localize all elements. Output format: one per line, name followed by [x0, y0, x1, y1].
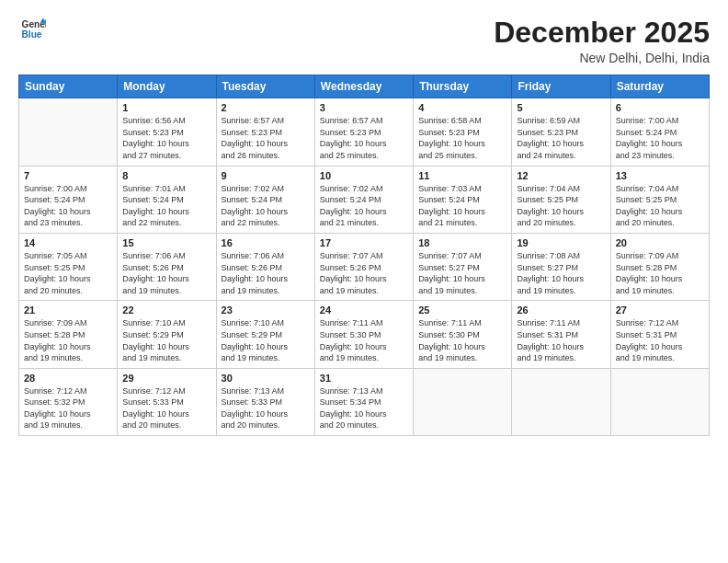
- day-number: 20: [616, 237, 704, 248]
- table-row: 26Sunrise: 7:11 AMSunset: 5:31 PMDayligh…: [512, 301, 610, 368]
- table-row: 20Sunrise: 7:09 AMSunset: 5:28 PMDayligh…: [610, 233, 709, 300]
- table-row: 13Sunrise: 7:04 AMSunset: 5:25 PMDayligh…: [610, 166, 709, 233]
- day-info: Sunrise: 7:07 AMSunset: 5:26 PMDaylight:…: [320, 250, 408, 296]
- day-number: 29: [122, 373, 210, 384]
- day-number: 14: [24, 237, 112, 248]
- table-row: 8Sunrise: 7:01 AMSunset: 5:24 PMDaylight…: [118, 166, 216, 233]
- table-row: 17Sunrise: 7:07 AMSunset: 5:26 PMDayligh…: [314, 233, 413, 300]
- table-row: 19Sunrise: 7:08 AMSunset: 5:27 PMDayligh…: [512, 233, 610, 300]
- day-info: Sunrise: 7:01 AMSunset: 5:24 PMDaylight:…: [122, 183, 210, 229]
- svg-text:Blue: Blue: [22, 29, 42, 40]
- day-number: 23: [222, 304, 310, 316]
- day-info: Sunrise: 7:10 AMSunset: 5:29 PMDaylight:…: [222, 317, 310, 363]
- day-info: Sunrise: 7:12 AMSunset: 5:31 PMDaylight:…: [616, 317, 704, 363]
- table-row: 25Sunrise: 7:11 AMSunset: 5:30 PMDayligh…: [414, 301, 512, 368]
- col-wednesday: Wednesday: [314, 75, 413, 98]
- day-number: 8: [122, 170, 210, 181]
- calendar-week-row: 28Sunrise: 7:12 AMSunset: 5:32 PMDayligh…: [19, 368, 710, 435]
- day-number: 6: [616, 102, 704, 113]
- day-info: Sunrise: 7:04 AMSunset: 5:25 PMDaylight:…: [517, 183, 605, 229]
- table-row: 11Sunrise: 7:03 AMSunset: 5:24 PMDayligh…: [414, 166, 512, 233]
- day-info: Sunrise: 6:57 AMSunset: 5:23 PMDaylight:…: [320, 115, 408, 161]
- day-info: Sunrise: 7:09 AMSunset: 5:28 PMDaylight:…: [24, 317, 112, 363]
- table-row: 7Sunrise: 7:00 AMSunset: 5:24 PMDaylight…: [19, 166, 118, 233]
- logo-icon: General Blue: [20, 17, 46, 42]
- day-number: 16: [222, 237, 310, 248]
- day-number: 26: [517, 304, 605, 316]
- day-info: Sunrise: 7:02 AMSunset: 5:24 PMDaylight:…: [320, 183, 408, 229]
- table-row: 1Sunrise: 6:56 AMSunset: 5:23 PMDaylight…: [118, 98, 216, 166]
- day-number: 7: [24, 170, 112, 181]
- day-info: Sunrise: 7:08 AMSunset: 5:27 PMDaylight:…: [517, 250, 605, 296]
- table-row: [414, 368, 512, 435]
- day-number: 31: [320, 373, 408, 384]
- calendar-header-row: Sunday Monday Tuesday Wednesday Thursday…: [19, 75, 710, 98]
- day-info: Sunrise: 7:00 AMSunset: 5:24 PMDaylight:…: [24, 183, 112, 229]
- day-info: Sunrise: 7:12 AMSunset: 5:32 PMDaylight:…: [24, 385, 112, 431]
- table-row: 4Sunrise: 6:58 AMSunset: 5:23 PMDaylight…: [414, 98, 512, 166]
- location: New Delhi, Delhi, India: [494, 51, 710, 65]
- day-info: Sunrise: 6:56 AMSunset: 5:23 PMDaylight:…: [122, 115, 210, 161]
- day-number: 1: [122, 102, 210, 113]
- day-number: 2: [222, 102, 310, 113]
- day-info: Sunrise: 7:11 AMSunset: 5:30 PMDaylight:…: [320, 317, 408, 363]
- col-friday: Friday: [512, 75, 610, 98]
- col-tuesday: Tuesday: [216, 75, 314, 98]
- calendar-week-row: 21Sunrise: 7:09 AMSunset: 5:28 PMDayligh…: [19, 301, 710, 368]
- table-row: [610, 368, 709, 435]
- table-row: 22Sunrise: 7:10 AMSunset: 5:29 PMDayligh…: [118, 301, 216, 368]
- day-info: Sunrise: 7:05 AMSunset: 5:25 PMDaylight:…: [24, 250, 112, 296]
- day-info: Sunrise: 7:11 AMSunset: 5:30 PMDaylight:…: [418, 317, 506, 363]
- table-row: 5Sunrise: 6:59 AMSunset: 5:23 PMDaylight…: [512, 98, 610, 166]
- table-row: 21Sunrise: 7:09 AMSunset: 5:28 PMDayligh…: [19, 301, 118, 368]
- header: General Blue December 2025 New Delhi, De…: [18, 17, 710, 65]
- table-row: 23Sunrise: 7:10 AMSunset: 5:29 PMDayligh…: [216, 301, 314, 368]
- logo: General Blue: [18, 17, 46, 42]
- table-row: 29Sunrise: 7:12 AMSunset: 5:33 PMDayligh…: [118, 368, 216, 435]
- day-number: 17: [320, 237, 408, 248]
- day-number: 27: [616, 304, 704, 316]
- table-row: 12Sunrise: 7:04 AMSunset: 5:25 PMDayligh…: [512, 166, 610, 233]
- table-row: 24Sunrise: 7:11 AMSunset: 5:30 PMDayligh…: [314, 301, 413, 368]
- day-number: 5: [517, 102, 605, 113]
- day-number: 21: [24, 304, 112, 316]
- day-info: Sunrise: 7:06 AMSunset: 5:26 PMDaylight:…: [122, 250, 210, 296]
- day-number: 11: [418, 170, 506, 181]
- day-number: 28: [24, 373, 112, 384]
- table-row: 9Sunrise: 7:02 AMSunset: 5:24 PMDaylight…: [216, 166, 314, 233]
- page: General Blue December 2025 New Delhi, De…: [0, 0, 728, 563]
- day-number: 22: [122, 304, 210, 316]
- table-row: 18Sunrise: 7:07 AMSunset: 5:27 PMDayligh…: [414, 233, 512, 300]
- day-info: Sunrise: 7:07 AMSunset: 5:27 PMDaylight:…: [418, 250, 506, 296]
- day-number: 18: [418, 237, 506, 248]
- table-row: [19, 98, 118, 166]
- day-number: 9: [222, 170, 310, 181]
- table-row: 30Sunrise: 7:13 AMSunset: 5:33 PMDayligh…: [216, 368, 314, 435]
- day-info: Sunrise: 6:58 AMSunset: 5:23 PMDaylight:…: [418, 115, 506, 161]
- day-info: Sunrise: 7:04 AMSunset: 5:25 PMDaylight:…: [616, 183, 704, 229]
- day-info: Sunrise: 7:13 AMSunset: 5:34 PMDaylight:…: [320, 385, 408, 431]
- table-row: 3Sunrise: 6:57 AMSunset: 5:23 PMDaylight…: [314, 98, 413, 166]
- day-info: Sunrise: 7:12 AMSunset: 5:33 PMDaylight:…: [122, 385, 210, 431]
- table-row: [512, 368, 610, 435]
- day-info: Sunrise: 7:06 AMSunset: 5:26 PMDaylight:…: [222, 250, 310, 296]
- table-row: 28Sunrise: 7:12 AMSunset: 5:32 PMDayligh…: [19, 368, 118, 435]
- table-row: 31Sunrise: 7:13 AMSunset: 5:34 PMDayligh…: [314, 368, 413, 435]
- table-row: 10Sunrise: 7:02 AMSunset: 5:24 PMDayligh…: [314, 166, 413, 233]
- month-title: December 2025: [494, 17, 710, 49]
- day-number: 24: [320, 304, 408, 316]
- day-info: Sunrise: 7:03 AMSunset: 5:24 PMDaylight:…: [418, 183, 506, 229]
- day-number: 10: [320, 170, 408, 181]
- col-thursday: Thursday: [414, 75, 512, 98]
- calendar-week-row: 7Sunrise: 7:00 AMSunset: 5:24 PMDaylight…: [19, 166, 710, 233]
- day-info: Sunrise: 7:09 AMSunset: 5:28 PMDaylight:…: [616, 250, 704, 296]
- col-sunday: Sunday: [19, 75, 118, 98]
- table-row: 15Sunrise: 7:06 AMSunset: 5:26 PMDayligh…: [118, 233, 216, 300]
- table-row: 2Sunrise: 6:57 AMSunset: 5:23 PMDaylight…: [216, 98, 314, 166]
- table-row: 6Sunrise: 7:00 AMSunset: 5:24 PMDaylight…: [610, 98, 709, 166]
- day-number: 15: [122, 237, 210, 248]
- day-info: Sunrise: 7:13 AMSunset: 5:33 PMDaylight:…: [222, 385, 310, 431]
- table-row: 16Sunrise: 7:06 AMSunset: 5:26 PMDayligh…: [216, 233, 314, 300]
- calendar-week-row: 1Sunrise: 6:56 AMSunset: 5:23 PMDaylight…: [19, 98, 710, 166]
- col-saturday: Saturday: [610, 75, 709, 98]
